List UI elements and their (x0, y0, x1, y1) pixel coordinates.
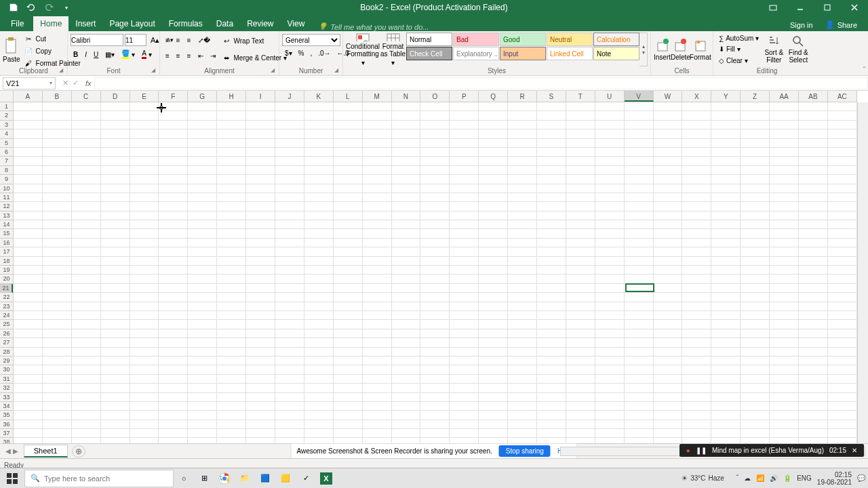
tray-volume-icon[interactable]: 🔊 (770, 474, 778, 482)
column-header[interactable]: L (334, 91, 363, 102)
fill-color-button[interactable]: 🪣▾ (119, 49, 138, 60)
tab-insert[interactable]: Insert (68, 16, 102, 31)
column-header[interactable]: O (420, 91, 450, 102)
alignment-dialog-launcher[interactable]: ◢ (271, 67, 277, 74)
app-icon-1[interactable]: 🟦 (255, 468, 275, 489)
column-header[interactable]: A (14, 91, 43, 102)
row-header[interactable]: 4 (0, 129, 13, 138)
row-header[interactable]: 30 (0, 365, 13, 374)
enter-formula-icon[interactable]: ✓ (73, 79, 79, 87)
styles-more-button[interactable]: ▴▾ (639, 33, 648, 66)
number-format-select[interactable]: General (282, 34, 340, 46)
clipboard-dialog-launcher[interactable]: ◢ (59, 67, 66, 74)
close-pill-icon[interactable]: ✕ (852, 447, 857, 454)
increase-decimal-icon[interactable]: .0→ (315, 49, 333, 58)
row-header[interactable]: 36 (0, 420, 13, 429)
cancel-formula-icon[interactable]: ✕ (62, 79, 68, 87)
tray-cloud-icon[interactable]: ☁ (744, 474, 751, 482)
tray-chevron-icon[interactable]: ˆ (736, 474, 738, 482)
column-header[interactable]: J (275, 91, 304, 102)
tray-network-icon[interactable]: 📶 (756, 474, 764, 482)
row-header[interactable]: 18 (0, 257, 13, 266)
fill-button[interactable]: ⬇Fill ▾ (716, 45, 762, 54)
column-header[interactable]: K (304, 91, 334, 102)
format-as-table-button[interactable]: Format as Table ▾ (380, 33, 406, 66)
app-icon-2[interactable]: 🟨 (275, 468, 296, 489)
tab-file[interactable]: File (1, 16, 33, 31)
vertical-scrollbar[interactable] (857, 102, 868, 443)
add-sheet-button[interactable]: ⊕ (72, 445, 85, 458)
tab-page-layout[interactable]: Page Layout (102, 16, 161, 31)
find-select-button[interactable]: Find & Select (786, 33, 810, 66)
tab-view[interactable]: View (281, 16, 312, 31)
cell-style-item[interactable]: Bad (453, 33, 499, 46)
column-header[interactable]: I (246, 91, 275, 102)
percent-format-icon[interactable]: % (296, 49, 307, 58)
formula-input[interactable] (94, 77, 868, 89)
row-header[interactable]: 21 (0, 284, 13, 293)
number-dialog-launcher[interactable]: ◢ (334, 67, 341, 74)
chrome-icon[interactable] (214, 468, 235, 489)
row-header[interactable]: 20 (0, 274, 13, 283)
row-header[interactable]: 19 (0, 266, 13, 274)
column-header[interactable]: S (537, 91, 566, 102)
undo-icon[interactable] (23, 1, 39, 14)
comma-format-icon[interactable]: , (307, 49, 315, 58)
align-middle-icon[interactable]: ≡ (174, 36, 183, 45)
collapse-ribbon-icon[interactable]: ˆ (863, 66, 865, 74)
row-header[interactable]: 13 (0, 211, 13, 220)
font-name-select[interactable] (71, 34, 123, 46)
column-header[interactable]: F (159, 91, 188, 102)
align-bottom-icon[interactable]: ≡ (184, 36, 194, 45)
redo-icon[interactable] (41, 1, 57, 14)
row-header[interactable]: 9 (0, 175, 13, 184)
clear-button[interactable]: ◇Clear ▾ (716, 56, 762, 65)
accounting-format-icon[interactable]: $▾ (282, 49, 295, 58)
column-header[interactable]: T (566, 91, 595, 102)
column-header[interactable]: H (217, 91, 246, 102)
tab-home[interactable]: Home (33, 16, 68, 31)
align-center-icon[interactable]: ≡ (174, 52, 183, 60)
orientation-icon[interactable]: ⤢� (195, 36, 213, 45)
column-header[interactable]: M (363, 91, 392, 102)
cell-style-item[interactable]: Normal (406, 33, 452, 46)
row-header[interactable]: 2 (0, 111, 13, 120)
notifications-icon[interactable]: 💬 (857, 474, 865, 482)
row-header[interactable]: 7 (0, 157, 13, 165)
cells-area[interactable] (14, 102, 857, 443)
align-left-icon[interactable]: ≡ (163, 52, 172, 60)
cell-style-item[interactable]: Note (593, 47, 639, 60)
tab-review[interactable]: Review (240, 16, 280, 31)
tray-clock[interactable]: 02:1519-08-2021 (817, 471, 852, 486)
column-header[interactable]: X (682, 91, 711, 102)
row-header[interactable]: 12 (0, 202, 13, 211)
row-header[interactable]: 35 (0, 411, 13, 420)
close-icon[interactable] (841, 0, 868, 15)
row-header[interactable]: 26 (0, 329, 13, 338)
column-header[interactable]: G (188, 91, 217, 102)
row-header[interactable]: 25 (0, 320, 13, 329)
row-header[interactable]: 15 (0, 229, 13, 238)
app-icon-3[interactable]: ✓ (296, 468, 316, 489)
tell-me-search[interactable]: 💡Tell me what you want to do... (318, 22, 429, 31)
font-dialog-launcher[interactable]: ◢ (151, 67, 158, 74)
column-header[interactable]: E (130, 91, 159, 102)
task-view-icon[interactable]: ⊞ (194, 468, 214, 489)
row-header[interactable]: 16 (0, 239, 13, 247)
font-color-button[interactable]: A▾ (139, 49, 155, 60)
indent-increase-icon[interactable]: ⇥ (208, 52, 218, 60)
taskbar-search[interactable]: 🔍Type here to search (24, 470, 174, 487)
cortana-icon[interactable]: ○ (174, 468, 194, 489)
row-header[interactable]: 34 (0, 402, 13, 411)
row-header[interactable]: 11 (0, 193, 13, 202)
signin-link[interactable]: Sign in (790, 21, 813, 29)
cell-style-item[interactable]: Linked Cell (547, 47, 593, 60)
row-header[interactable]: 6 (0, 148, 13, 157)
ribbon-display-icon[interactable] (760, 0, 787, 15)
align-top-icon[interactable]: ≡ (163, 36, 172, 45)
name-box[interactable]: V21▾ (3, 77, 56, 89)
row-header[interactable]: 37 (0, 429, 13, 438)
column-header[interactable]: B (43, 91, 72, 102)
start-button[interactable] (0, 468, 24, 489)
row-header[interactable]: 17 (0, 247, 13, 256)
